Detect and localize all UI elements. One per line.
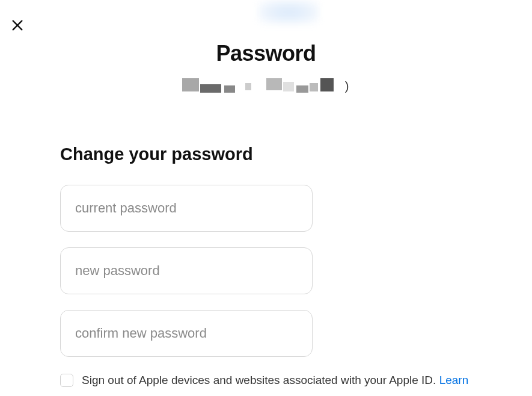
new-password-input[interactable] xyxy=(60,247,313,294)
subtitle-trailing-paren: ) xyxy=(345,79,349,93)
avatar-blur xyxy=(258,0,319,24)
learn-more-link[interactable]: Learn xyxy=(439,374,469,386)
signout-checkbox[interactable] xyxy=(60,374,73,387)
confirm-password-input[interactable] xyxy=(60,310,313,357)
header: Password ) xyxy=(0,41,532,96)
page-title: Password xyxy=(0,41,532,66)
current-password-input[interactable] xyxy=(60,185,313,232)
signout-label: Sign out of Apple devices and websites a… xyxy=(82,373,468,389)
change-password-form: Change your password Sign out of Apple d… xyxy=(0,144,532,389)
account-id-redacted: ) xyxy=(176,78,356,96)
close-icon xyxy=(11,19,24,32)
close-button[interactable] xyxy=(9,17,26,34)
form-heading: Change your password xyxy=(60,144,520,164)
signout-text: Sign out of Apple devices and websites a… xyxy=(82,374,439,386)
signout-option-row: Sign out of Apple devices and websites a… xyxy=(60,373,520,389)
